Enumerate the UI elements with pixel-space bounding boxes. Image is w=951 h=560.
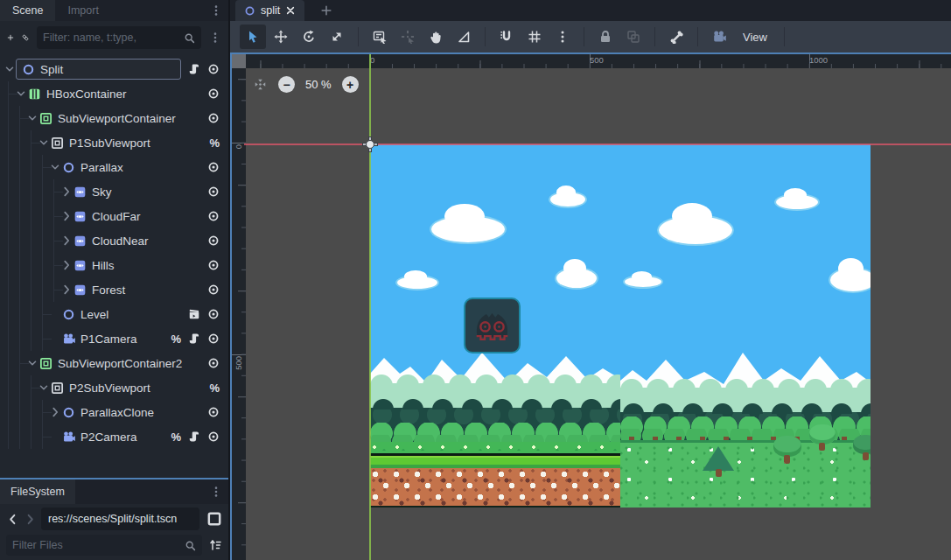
- file-filter-input[interactable]: [12, 539, 185, 551]
- filesystem-menu-icon[interactable]: [209, 485, 223, 499]
- snap-magnet-toggle[interactable]: [493, 24, 520, 49]
- tree-row-p1subviewport[interactable]: P1SubViewport%: [0, 130, 228, 155]
- script-badge[interactable]: [188, 63, 200, 75]
- tree-guide: [42, 253, 43, 277]
- eye-badge[interactable]: [207, 210, 220, 222]
- percent-badge[interactable]: %: [209, 136, 220, 149]
- eye-badge[interactable]: [207, 259, 220, 271]
- pan-tool[interactable]: [423, 24, 449, 49]
- movie-badge[interactable]: [188, 308, 200, 320]
- move-tool[interactable]: [268, 24, 294, 49]
- grid-snap-toggle[interactable]: [521, 24, 548, 49]
- zoom-out-button[interactable]: −: [278, 76, 295, 93]
- lock-button[interactable]: [592, 24, 619, 49]
- eye-badge[interactable]: [207, 186, 220, 198]
- eye-badge[interactable]: [207, 332, 220, 345]
- collapse-arrow-icon[interactable]: [15, 88, 27, 100]
- row-badges: [188, 308, 220, 320]
- collapse-arrow-icon[interactable]: [26, 357, 38, 369]
- scene-filter-input[interactable]: [43, 32, 184, 44]
- dock-menu-icon[interactable]: [209, 4, 223, 18]
- viewport-canvas[interactable]: − 50 % +: [246, 68, 951, 560]
- instance-scene-button[interactable]: [22, 31, 29, 45]
- tree-row-split[interactable]: Split: [0, 57, 228, 81]
- rotate-tool[interactable]: [296, 24, 322, 49]
- tree-row-parallaxclone[interactable]: ParallaxClone: [0, 400, 228, 424]
- percent-badge[interactable]: %: [209, 382, 220, 394]
- zoom-level-label[interactable]: 50 %: [305, 78, 332, 91]
- tree-row-cloudfar[interactable]: CloudFar: [0, 204, 228, 228]
- sort-files-button[interactable]: [208, 538, 222, 552]
- zoom-in-button[interactable]: +: [342, 76, 359, 93]
- percent-badge[interactable]: %: [171, 430, 181, 443]
- tree-row-subviewportcontainer[interactable]: SubViewportContainer: [0, 106, 228, 130]
- ruler-tool[interactable]: [451, 24, 477, 49]
- tree-row-subviewportcontainer2[interactable]: SubViewportContainer2: [0, 351, 228, 375]
- collapse-arrow-icon[interactable]: [49, 161, 61, 173]
- select-tool[interactable]: [240, 24, 266, 49]
- cloud: [776, 195, 818, 209]
- eye-badge[interactable]: [207, 430, 220, 443]
- camera-override-button[interactable]: [706, 24, 732, 49]
- collapse-arrow-icon[interactable]: [38, 136, 50, 149]
- origin-gizmo[interactable]: [362, 136, 378, 152]
- new-scene-tab-button[interactable]: [320, 4, 332, 17]
- nav-back-button[interactable]: [6, 513, 19, 526]
- tree-row-cloudnear[interactable]: CloudNear: [0, 228, 228, 253]
- expand-arrow-icon[interactable]: [60, 186, 73, 198]
- row-badges: [207, 357, 220, 369]
- expand-arrow-icon[interactable]: [60, 234, 73, 247]
- expand-arrow-icon[interactable]: [60, 210, 73, 222]
- snap-options-menu[interactable]: [549, 24, 576, 49]
- pixel-select-tool[interactable]: [395, 24, 421, 49]
- collapse-arrow-icon[interactable]: [3, 63, 16, 75]
- tree-row-p1camera[interactable]: P1Camera%: [0, 326, 228, 351]
- toggle-split-mode-button[interactable]: [206, 511, 222, 527]
- tree-row-p2subviewport[interactable]: P2SubViewport%: [0, 375, 228, 400]
- percent-badge[interactable]: %: [171, 332, 181, 345]
- view-menu[interactable]: View: [734, 24, 776, 49]
- tree-row-hills[interactable]: Hills: [0, 253, 228, 277]
- tab-filesystem[interactable]: FileSystem: [0, 480, 75, 504]
- tree-row-forest[interactable]: Forest: [0, 277, 228, 302]
- tree-row-sky[interactable]: Sky: [0, 179, 228, 204]
- nav-forward-button[interactable]: [24, 513, 37, 526]
- bone-button[interactable]: [663, 24, 689, 49]
- eye-badge[interactable]: [207, 284, 220, 296]
- scene-tree-menu-icon[interactable]: [209, 31, 221, 45]
- script-badge[interactable]: [188, 332, 200, 345]
- eye-badge[interactable]: [207, 406, 220, 418]
- eye-badge[interactable]: [207, 234, 220, 247]
- eye-badge[interactable]: [207, 161, 220, 173]
- expand-arrow-icon[interactable]: [60, 259, 73, 271]
- close-icon[interactable]: [285, 5, 296, 16]
- expand-arrow-icon[interactable]: [60, 284, 73, 296]
- round-tree: [853, 435, 871, 454]
- eye-badge[interactable]: [207, 357, 220, 369]
- tab-scene[interactable]: Scene: [0, 0, 55, 21]
- center-view-icon[interactable]: [253, 77, 268, 92]
- eye-badge[interactable]: [207, 308, 220, 320]
- script-badge[interactable]: [188, 430, 200, 443]
- tree-row-parallax[interactable]: Parallax: [0, 155, 228, 179]
- collapse-arrow-icon[interactable]: [26, 112, 38, 124]
- tree-row-level[interactable]: Level: [0, 302, 228, 326]
- list-select-tool[interactable]: [367, 24, 393, 49]
- tree-row-p2camera[interactable]: P2Camera%: [0, 424, 228, 449]
- eye-badge[interactable]: [207, 112, 220, 124]
- player-character[interactable]: [464, 298, 521, 354]
- eye-badge[interactable]: [207, 63, 220, 75]
- expand-arrow-icon[interactable]: [49, 406, 61, 418]
- node-name-box[interactable]: Split: [16, 59, 181, 80]
- tree-row-hboxcontainer[interactable]: HBoxContainer: [0, 81, 228, 106]
- current-path-input[interactable]: [48, 513, 192, 525]
- eye-badge[interactable]: [207, 88, 220, 100]
- scene-tab-split[interactable]: split: [235, 0, 304, 21]
- add-node-button[interactable]: [7, 31, 14, 45]
- group-button[interactable]: [620, 24, 647, 49]
- arrow-spacer: [49, 308, 61, 320]
- scale-tool[interactable]: [324, 24, 350, 49]
- tree-guide: [8, 106, 9, 130]
- tab-import[interactable]: Import: [55, 0, 110, 21]
- collapse-arrow-icon[interactable]: [38, 382, 50, 394]
